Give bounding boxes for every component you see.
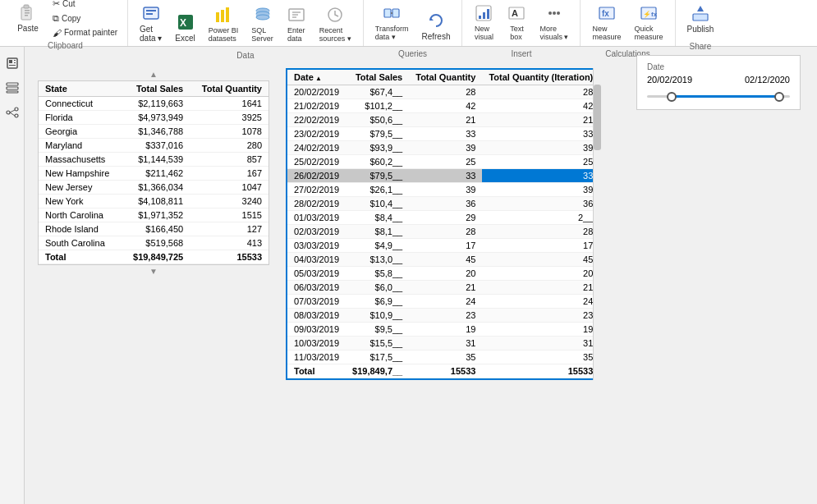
left-table: State Total Sales Total Quantity Connect…	[39, 81, 269, 264]
table-row[interactable]: 10/03/2019$15,5__3131	[287, 337, 599, 351]
scroll-left-arrow[interactable]: ◀	[289, 379, 297, 380]
table-row[interactable]: 22/02/2019$50,6__2121	[287, 113, 599, 127]
range-handle-right[interactable]	[774, 92, 784, 102]
sidebar-report-icon[interactable]	[2, 53, 22, 73]
table-row[interactable]: Massachusetts $1,144,539 857	[39, 153, 269, 167]
table-row[interactable]: South Carolina $519,568 413	[39, 236, 269, 250]
cell-1: $8,4__	[346, 211, 409, 225]
cell-1: $13,0__	[346, 253, 409, 267]
right-th-iter[interactable]: Total Quantity (Iteration)	[482, 70, 599, 85]
bottom-scrollbar[interactable]: ◀ ▶	[287, 378, 599, 380]
cut-button[interactable]: ✂ Cut	[49, 0, 121, 11]
cell-0: 27/02/2019	[287, 183, 346, 197]
power-bi-datasets-button[interactable]: Power BIdatasets	[204, 2, 244, 46]
enter-data-button[interactable]: Enterdata	[282, 2, 311, 46]
table-row[interactable]: 07/03/2019$6,9__2424	[287, 295, 599, 309]
scroll-up-arrow[interactable]: ▲	[38, 68, 269, 80]
right-table-scrollbar[interactable]	[593, 68, 601, 380]
more-visuals-button[interactable]: Morevisuals ▾	[535, 0, 573, 44]
right-table-outer: Date Total Sales Total Quantity Total Qu…	[286, 68, 601, 380]
left-th-state[interactable]: State	[39, 81, 122, 97]
quick-measure-button[interactable]: ⚡fx Quickmeasure	[630, 0, 668, 44]
cell-0: 25/02/2019	[287, 155, 346, 169]
table-row[interactable]: 27/02/2019$26,1__3939	[287, 183, 599, 197]
recent-sources-button[interactable]: Recentsources ▾	[314, 2, 356, 46]
table-row[interactable]: 24/02/2019$93,9__3939	[287, 141, 599, 155]
svg-rect-1	[24, 5, 29, 8]
table-row[interactable]: 05/03/2019$5,8__2020	[287, 267, 599, 281]
cell-2: 35	[409, 351, 482, 364]
svg-rect-48	[7, 87, 18, 89]
paste-label: Paste	[17, 24, 39, 33]
left-th-qty[interactable]: Total Quantity	[190, 81, 269, 97]
excel-button[interactable]: X Excel	[170, 9, 200, 46]
new-visual-button[interactable]: Newvisual	[469, 0, 498, 44]
cell-2: 45	[409, 253, 482, 267]
cell-2: 33	[409, 127, 482, 141]
new-measure-button[interactable]: fx Newmeasure	[587, 0, 626, 44]
cell-sales: $1,144,539	[122, 153, 190, 167]
svg-point-17	[256, 15, 269, 20]
table-row[interactable]: North Carolina $1,971,352 1515	[39, 208, 269, 222]
cell-3: 35	[482, 351, 599, 364]
cell-0: 05/03/2019	[287, 267, 346, 281]
right-th-date[interactable]: Date	[287, 70, 346, 85]
publish-label: Publish	[687, 25, 714, 34]
scroll-down-arrow[interactable]: ▼	[38, 265, 269, 277]
table-row[interactable]: Georgia $1,346,788 1078	[39, 125, 269, 139]
table-row[interactable]: New Jersey $1,366,034 1047	[39, 181, 269, 195]
cell-qty: 857	[190, 153, 269, 167]
table-row[interactable]: Florida $4,973,949 3925	[39, 111, 269, 125]
quick-measure-icon: ⚡fx	[639, 3, 659, 23]
range-handle-left[interactable]	[667, 92, 677, 102]
table-row[interactable]: Rhode Island $166,450 127	[39, 222, 269, 236]
clipboard-section: Paste ✂ Cut ⧉ Copy 🖌 Format painter Clip…	[3, 0, 128, 46]
table-row[interactable]: Maryland $337,016 280	[39, 139, 269, 153]
table-row[interactable]: 20/02/2019$67,4__2828	[287, 85, 599, 99]
range-slider[interactable]	[647, 89, 790, 103]
table-row[interactable]: 25/02/2019$60,2__2525	[287, 155, 599, 169]
right-th-sales[interactable]: Total Sales	[346, 70, 409, 85]
transform-button[interactable]: Transformdata ▾	[370, 0, 414, 44]
table-row[interactable]: New Hampshire $211,462 167	[39, 167, 269, 181]
date-end: 02/12/2020	[745, 75, 790, 85]
total-label: Total	[39, 250, 122, 264]
table-row[interactable]: 26/02/2019$79,5__3333	[287, 169, 599, 183]
svg-text:X: X	[180, 17, 186, 29]
table-row[interactable]: 06/03/2019$6,0__2121	[287, 281, 599, 295]
copy-button[interactable]: ⧉ Copy	[49, 11, 121, 25]
left-th-sales[interactable]: Total Sales	[122, 81, 190, 97]
publish-button[interactable]: Publish	[682, 0, 719, 37]
table-row[interactable]: 28/02/2019$10,4__3636	[287, 197, 599, 211]
right-th-qty[interactable]: Total Quantity	[409, 70, 482, 85]
table-row[interactable]: 01/03/2019$8,4__292__	[287, 211, 599, 225]
paste-button[interactable]: Paste	[10, 0, 46, 36]
refresh-button[interactable]: Refresh	[416, 7, 455, 44]
format-painter-button[interactable]: 🖌 Format painter	[49, 26, 121, 39]
sidebar-model-icon[interactable]	[2, 103, 22, 122]
table-row[interactable]: 09/03/2019$9,5__1919	[287, 323, 599, 337]
cell-sales: $1,346,788	[122, 125, 190, 139]
sidebar-data-icon[interactable]	[2, 78, 22, 98]
refresh-label: Refresh	[421, 32, 450, 41]
cell-1: $17,5__	[346, 351, 409, 364]
table-row[interactable]: 03/03/2019$4,9__1717	[287, 239, 599, 253]
text-box-button[interactable]: A Textbox	[502, 0, 531, 44]
cell-3: 2__	[482, 211, 599, 225]
table-row[interactable]: 21/02/2019$101,2__4242	[287, 99, 599, 113]
table-row[interactable]: 02/03/2019$8,1__2828	[287, 225, 599, 239]
table-row[interactable]: New York $4,108,811 3240	[39, 195, 269, 208]
svg-rect-7	[146, 13, 153, 15]
table-row[interactable]: 08/03/2019$10,9__2323	[287, 309, 599, 323]
table-row[interactable]: 23/02/2019$79,5__3333	[287, 127, 599, 141]
sql-server-button[interactable]: SQLServer	[246, 2, 278, 46]
table-row[interactable]: 04/03/2019$13,0__4545	[287, 253, 599, 267]
table-row[interactable]: 11/03/2019$17,5__3535	[287, 351, 599, 364]
svg-rect-30	[487, 9, 489, 19]
get-data-button[interactable]: Getdata ▾	[135, 0, 167, 46]
table-row[interactable]: Connecticut $2,119,663 1641	[39, 97, 269, 111]
date-filter-panel: Date 20/02/2019 02/12/2020	[636, 55, 801, 110]
cell-3: 23	[482, 309, 599, 323]
text-box-label: Textbox	[510, 25, 524, 41]
cell-qty: 3240	[190, 195, 269, 208]
